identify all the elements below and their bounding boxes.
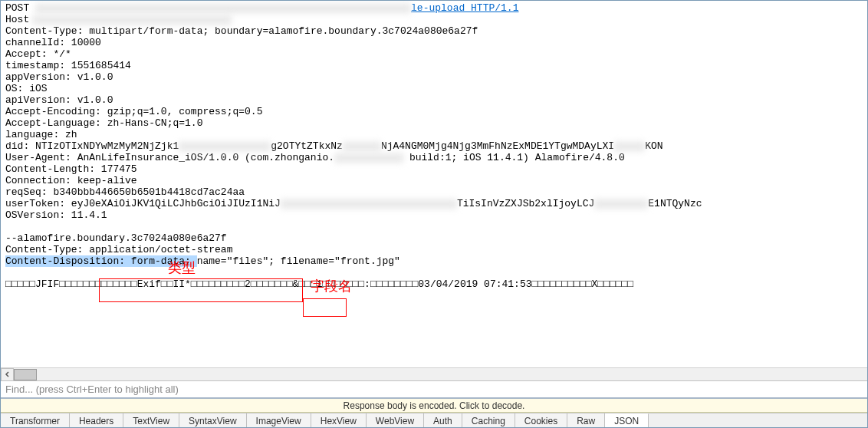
request-content[interactable]: POST le-upload HTTP/1.1 Host Content-Typ… — [1, 1, 867, 367]
tab-imageview[interactable]: ImageView — [247, 413, 311, 428]
header-osversion: OSVersion: 11.4.1 — [5, 209, 863, 221]
blurred-url — [35, 4, 411, 13]
find-bar[interactable] — [1, 380, 867, 399]
header-host: Host — [5, 14, 863, 25]
tab-raw[interactable]: Raw — [567, 413, 605, 428]
tab-transformer[interactable]: Transformer — [1, 413, 70, 428]
tab-json[interactable]: JSON — [605, 413, 649, 428]
http-method: POST — [5, 2, 29, 14]
header-connection: Connection: keep-alive — [5, 175, 863, 186]
find-input[interactable] — [5, 384, 863, 395]
header-accept-language: Accept-Language: zh-Hans-CN;q=1.0 — [5, 117, 863, 129]
tab-syntaxview[interactable]: SyntaxView — [179, 413, 246, 428]
header-did: did: NTIzOTIxNDYwMzMyM2NjZjk1g2OTYtZTkxN… — [5, 140, 863, 152]
header-apiversion: apiVersion: v1.0.0 — [5, 94, 863, 106]
blurred-token-1 — [281, 199, 457, 209]
header-appversion: appVersion: v1.0.0 — [5, 71, 863, 83]
content-disposition: Content-Disposition: form-data; name="fi… — [5, 255, 863, 267]
blank-line-2 — [5, 267, 863, 278]
tab-textview[interactable]: TextView — [123, 413, 179, 428]
scroll-thumb[interactable] — [14, 369, 37, 380]
tab-caching[interactable]: Caching — [462, 413, 515, 428]
header-accept-encoding: Accept-Encoding: gzip;q=1.0, compress;q=… — [5, 106, 863, 117]
cd-name: name="files" — [197, 255, 269, 267]
header-usertoken: userToken: eyJ0eXAiOiJKV1QiLCJhbGciOiJIU… — [5, 198, 863, 209]
header-content-type: Content-Type: multipart/form-data; bound… — [5, 25, 863, 37]
cd-suffix: ; filename="front.jpg" — [268, 255, 400, 267]
header-channelid: channelId: 10000 — [5, 37, 863, 48]
blurred-host — [32, 15, 232, 25]
red-box-field — [303, 298, 347, 317]
blurred-did-2 — [343, 142, 381, 151]
decode-text: Response body is encoded. Click to decod… — [344, 400, 525, 411]
header-language: language: zh — [5, 129, 863, 140]
header-reqseq: reqSeq: b340bbb446650b6501b4418cd7ac24aa — [5, 186, 863, 198]
tab-hexview[interactable]: HexView — [311, 413, 367, 428]
blurred-token-2 — [594, 199, 648, 209]
header-content-length: Content-Length: 177475 — [5, 163, 863, 175]
part-content-type: Content-Type: application/octet-stream — [5, 244, 863, 255]
header-user-agent: User-Agent: AnAnLifeInsurance_iOS/1.0.0 … — [5, 152, 863, 163]
cd-prefix: Content-Disposition: form-data; — [5, 255, 197, 267]
binary-preview: □□□□□JFIF□□□□□□□□□□□□□Exif□□II*□□□□□□□□□… — [5, 278, 863, 290]
header-os: OS: iOS — [5, 83, 863, 94]
header-accept: Accept: */* — [5, 48, 863, 60]
response-tabs: Transformer Headers TextView SyntaxView … — [1, 413, 867, 428]
tab-headers[interactable]: Headers — [70, 413, 123, 428]
tab-auth[interactable]: Auth — [424, 413, 462, 428]
tab-webview[interactable]: WebView — [367, 413, 424, 428]
blank-line — [5, 221, 863, 232]
boundary-line: --alamofire.boundary.3c7024a080e6a27f — [5, 232, 863, 244]
blurred-ua — [334, 153, 403, 163]
blurred-did-1 — [179, 142, 271, 151]
request-line: POST le-upload HTTP/1.1 — [5, 2, 863, 14]
header-timestamp: timestamp: 1551685414 — [5, 60, 863, 71]
tab-cookies[interactable]: Cookies — [515, 413, 567, 428]
decode-notice[interactable]: Response body is encoded. Click to decod… — [1, 399, 867, 413]
scroll-left-arrow[interactable] — [1, 368, 14, 381]
blurred-did-3 — [614, 142, 645, 151]
url-suffix: le-upload HTTP/1.1 — [411, 2, 518, 14]
horizontal-scrollbar[interactable] — [1, 367, 867, 380]
